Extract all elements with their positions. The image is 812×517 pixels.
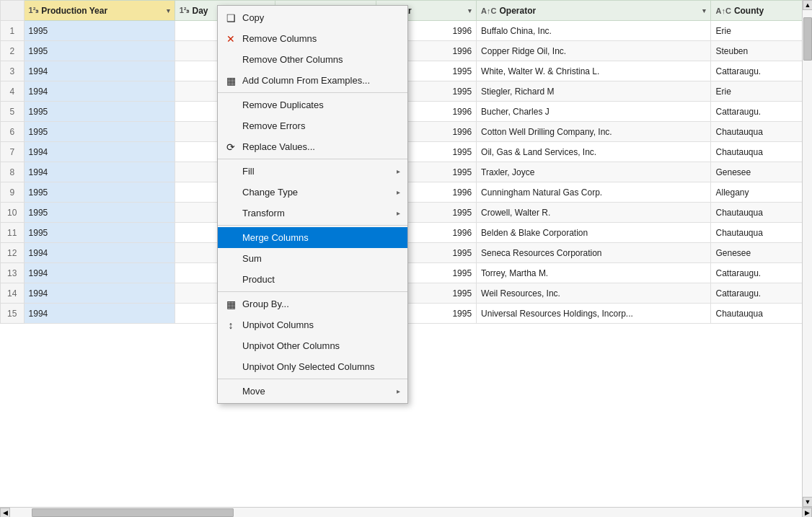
menu-icon-change_type bbox=[224, 185, 238, 200]
menu-item-change_type[interactable]: Change Type▸ bbox=[218, 182, 407, 203]
cell-operator: Belden & Blake Corporation bbox=[477, 223, 711, 243]
cell-production-year: 1995 bbox=[24, 203, 175, 223]
menu-item-unpivot_other_columns[interactable]: Unpivot Other Columns bbox=[218, 335, 407, 356]
cell-rownum: 12 bbox=[1, 243, 25, 263]
cell-operator: Oil, Gas & Land Services, Inc. bbox=[477, 142, 711, 162]
menu-icon-move bbox=[224, 384, 238, 399]
menu-label-merge_columns: Merge Columns bbox=[242, 232, 400, 243]
cell-county: Cattaraugu. bbox=[711, 61, 812, 81]
submenu-arrow-change_type: ▸ bbox=[397, 188, 400, 196]
cell-operator: Universal Resources Holdings, Incorp... bbox=[477, 304, 711, 324]
cell-county: Cattaraugu. bbox=[711, 283, 812, 304]
menu-separator bbox=[218, 225, 407, 226]
menu-label-sum: Sum bbox=[242, 253, 400, 264]
menu-item-copy[interactable]: ❑Copy bbox=[218, 7, 407, 28]
cell-rownum: 15 bbox=[1, 304, 25, 324]
cell-production-year: 1995 bbox=[24, 223, 175, 243]
menu-item-group_by[interactable]: ▦Group By... bbox=[218, 293, 407, 314]
cell-county: Chautauqua bbox=[711, 142, 812, 162]
cell-production-year: 1994 bbox=[24, 61, 175, 81]
col-header-operator[interactable]: A↑C Operator ▾ bbox=[477, 1, 711, 21]
cell-operator: Copper Ridge Oil, Inc. bbox=[477, 41, 711, 61]
menu-separator bbox=[218, 291, 407, 292]
menu-icon-unpivot_only_selected bbox=[224, 360, 238, 374]
scroll-track-vertical[interactable] bbox=[803, 10, 812, 497]
menu-icon-sum bbox=[224, 252, 238, 266]
scroll-track-horizontal[interactable] bbox=[10, 508, 802, 518]
menu-label-replace_values: Replace Values... bbox=[242, 141, 400, 152]
menu-item-remove_other_columns[interactable]: Remove Other Columns bbox=[218, 49, 407, 70]
cell-production-year: 1994 bbox=[24, 304, 175, 324]
menu-label-remove_duplicates: Remove Duplicates bbox=[242, 100, 400, 110]
menu-label-remove_columns: Remove Columns bbox=[242, 33, 400, 44]
menu-icon-replace_values: ⟳ bbox=[224, 140, 238, 154]
cell-rownum: 4 bbox=[1, 81, 25, 102]
menu-label-unpivot_columns: Unpivot Columns bbox=[242, 319, 400, 330]
scroll-right-button[interactable]: ▶ bbox=[802, 508, 812, 518]
cell-production-year: 1994 bbox=[24, 81, 175, 102]
menu-item-product[interactable]: Product bbox=[218, 269, 407, 290]
submenu-arrow-move: ▸ bbox=[397, 387, 400, 395]
col-dropdown-production-year[interactable]: ▾ bbox=[167, 7, 170, 14]
scroll-up-button[interactable]: ▲ bbox=[803, 0, 812, 10]
table-container: 1²₃ Production Year ▾ 1²₃ Day ▾ 1²₃ bbox=[0, 0, 812, 517]
cell-production-year: 1994 bbox=[24, 162, 175, 182]
menu-item-add_column_from_examples[interactable]: ▦Add Column From Examples... bbox=[218, 70, 407, 91]
menu-item-remove_columns[interactable]: ✕Remove Columns bbox=[218, 28, 407, 49]
col-dropdown-year[interactable]: ▾ bbox=[468, 7, 472, 14]
cell-production-year: 1995 bbox=[24, 41, 175, 61]
cell-rownum: 8 bbox=[1, 162, 25, 182]
cell-county: Chautauqua bbox=[711, 122, 812, 142]
cell-operator: Traxler, Joyce bbox=[477, 162, 711, 182]
submenu-arrow-fill: ▸ bbox=[397, 167, 400, 175]
cell-production-year: 1995 bbox=[24, 21, 175, 41]
menu-item-sum[interactable]: Sum bbox=[218, 248, 407, 269]
col-header-county[interactable]: A↑C County ▾ bbox=[711, 1, 812, 21]
scroll-thumb-vertical[interactable] bbox=[803, 17, 812, 61]
menu-item-merge_columns[interactable]: Merge Columns bbox=[218, 227, 407, 248]
menu-icon-add_column_from_examples: ▦ bbox=[224, 74, 238, 88]
cell-operator: Seneca Resources Corporation bbox=[477, 243, 711, 263]
menu-label-unpivot_only_selected: Unpivot Only Selected Columns bbox=[242, 361, 400, 372]
col-type-icon-day: 1²₃ bbox=[180, 6, 190, 15]
scrollbar-right: ▲ ▼ bbox=[802, 0, 812, 507]
cell-county: Erie bbox=[711, 81, 812, 102]
menu-item-transform[interactable]: Transform▸ bbox=[218, 203, 407, 224]
cell-rownum: 9 bbox=[1, 182, 25, 203]
col-label-day: Day bbox=[193, 6, 208, 16]
cell-county: Genesee bbox=[711, 243, 812, 263]
cell-operator: Stiegler, Richard M bbox=[477, 81, 711, 102]
cell-operator: Cotton Well Drilling Company, Inc. bbox=[477, 122, 711, 142]
menu-icon-product bbox=[224, 273, 238, 287]
menu-item-unpivot_columns[interactable]: ↕Unpivot Columns bbox=[218, 314, 407, 335]
scroll-left-button[interactable]: ◀ bbox=[0, 508, 10, 518]
cell-rownum: 14 bbox=[1, 283, 25, 304]
cell-production-year: 1995 bbox=[24, 122, 175, 142]
menu-separator bbox=[218, 379, 407, 379]
menu-icon-remove_duplicates bbox=[224, 98, 238, 112]
cell-county: Steuben bbox=[711, 41, 812, 61]
menu-item-unpivot_only_selected[interactable]: Unpivot Only Selected Columns bbox=[218, 356, 407, 377]
menu-label-transform: Transform bbox=[242, 208, 397, 218]
cell-production-year: 1994 bbox=[24, 243, 175, 263]
menu-item-move[interactable]: Move▸ bbox=[218, 381, 407, 402]
cell-operator: Torrey, Martha M. bbox=[477, 263, 711, 283]
menu-separator bbox=[218, 92, 407, 93]
col-dropdown-operator[interactable]: ▾ bbox=[702, 7, 706, 14]
menu-label-remove_other_columns: Remove Other Columns bbox=[242, 54, 400, 65]
menu-icon-merge_columns bbox=[224, 231, 238, 245]
menu-item-fill[interactable]: Fill▸ bbox=[218, 161, 407, 182]
cell-rownum: 2 bbox=[1, 41, 25, 61]
menu-item-replace_values[interactable]: ⟳Replace Values... bbox=[218, 136, 407, 157]
cell-production-year: 1995 bbox=[24, 102, 175, 122]
menu-label-product: Product bbox=[242, 274, 400, 285]
menu-item-remove_errors[interactable]: Remove Errors bbox=[218, 115, 407, 136]
cell-county: Allegany bbox=[711, 182, 812, 203]
col-header-production-year[interactable]: 1²₃ Production Year ▾ bbox=[24, 1, 175, 21]
menu-icon-remove_errors bbox=[224, 119, 238, 133]
scroll-down-button[interactable]: ▼ bbox=[803, 497, 812, 507]
cell-operator: Bucher, Charles J bbox=[477, 102, 711, 122]
menu-label-unpivot_other_columns: Unpivot Other Columns bbox=[242, 340, 400, 351]
menu-item-remove_duplicates[interactable]: Remove Duplicates bbox=[218, 94, 407, 115]
scroll-thumb-horizontal[interactable] bbox=[32, 508, 234, 517]
